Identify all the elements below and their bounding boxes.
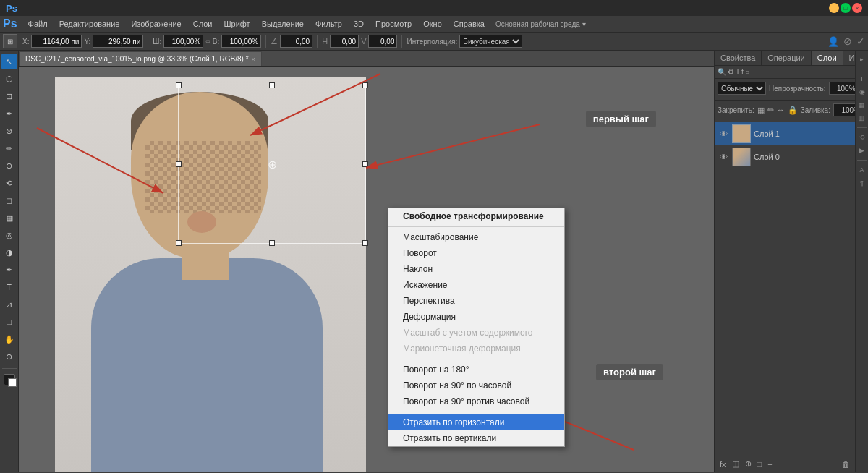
tab-layers[interactable]: Слои bbox=[812, 51, 843, 65]
tool-preset-btn[interactable]: T bbox=[856, 73, 868, 85]
tab-bar: DSC_0217_censored_via_10015_io.png @ 33,… bbox=[19, 51, 714, 67]
eraser-tool[interactable]: ◻ bbox=[1, 192, 17, 208]
layer-adj-button[interactable]: ⊕ bbox=[743, 459, 754, 469]
ctx-skew[interactable]: Наклон bbox=[388, 261, 564, 277]
confirm-transform-button[interactable]: ✓ bbox=[856, 35, 865, 47]
y-input[interactable] bbox=[93, 35, 143, 48]
layer-row-1[interactable]: 👁 Слой 1 bbox=[715, 122, 855, 145]
move-tool[interactable]: ↖ bbox=[1, 54, 17, 69]
history-tool[interactable]: ⟲ bbox=[1, 175, 17, 191]
ctx-scale[interactable]: Масштабирование bbox=[388, 229, 564, 245]
ctx-warp[interactable]: Деформация bbox=[388, 309, 564, 325]
layer-new-button[interactable]: + bbox=[765, 459, 774, 469]
gradient-tool[interactable]: ▦ bbox=[1, 210, 17, 226]
hskew-input[interactable] bbox=[330, 35, 359, 48]
brush-tool[interactable]: ✏ bbox=[1, 140, 17, 156]
opacity-label: Непрозрачность: bbox=[769, 85, 826, 93]
layer-icon-link: T bbox=[736, 68, 740, 76]
shape-tool[interactable]: □ bbox=[1, 314, 17, 330]
lock-label: Закрепить: bbox=[718, 106, 754, 114]
text-tool[interactable]: T bbox=[1, 279, 17, 295]
x-input[interactable] bbox=[31, 35, 82, 48]
menu-font[interactable]: Шрифт bbox=[218, 18, 255, 30]
swatches-btn[interactable]: ▦ bbox=[856, 99, 868, 111]
collapse-panel-btn[interactable]: ▸ bbox=[856, 54, 868, 65]
heal-tool[interactable]: ⊛ bbox=[1, 123, 17, 139]
path-tool[interactable]: ⊿ bbox=[1, 297, 17, 312]
menu-layers[interactable]: Слои bbox=[188, 18, 218, 30]
menu-window[interactable]: Окно bbox=[418, 18, 447, 30]
close-button[interactable]: × bbox=[852, 3, 862, 13]
options-toolbar: ⊞ X: Y: Ш: ∞ В: ∠ H V Интерполяция: Бику… bbox=[0, 32, 868, 51]
ctx-perspective[interactable]: Перспектива bbox=[388, 293, 564, 309]
ctx-free-transform[interactable]: Свободное трансформирование bbox=[388, 208, 564, 224]
menu-select[interactable]: Выделение bbox=[257, 18, 309, 30]
lock-transparent-btn[interactable]: ▦ bbox=[757, 106, 765, 115]
vskew-input[interactable] bbox=[368, 35, 397, 48]
blend-mode-select[interactable]: Обычные bbox=[718, 82, 766, 95]
menu-3d[interactable]: 3D bbox=[349, 18, 369, 30]
lasso-tool[interactable]: ⬡ bbox=[1, 71, 17, 87]
layer-group-button[interactable]: □ bbox=[755, 459, 765, 469]
menu-file[interactable]: Файл bbox=[23, 18, 53, 30]
ctx-sep-0 bbox=[388, 226, 564, 227]
ctx-flip-h[interactable]: Отразить по горизонтали bbox=[388, 414, 564, 430]
menu-help[interactable]: Справка bbox=[448, 18, 490, 30]
w-input[interactable] bbox=[163, 35, 203, 48]
h-input[interactable] bbox=[221, 35, 261, 48]
step1-label-container: первый шаг bbox=[586, 114, 656, 124]
dodge-tool[interactable]: ◑ bbox=[1, 244, 17, 260]
layer0-visibility[interactable]: 👁 bbox=[718, 151, 729, 163]
angle-input[interactable] bbox=[280, 35, 312, 48]
char-panel-btn[interactable]: A bbox=[856, 164, 868, 176]
zoom-tool[interactable]: ⊕ bbox=[1, 349, 17, 365]
para-panel-btn[interactable]: ¶ bbox=[856, 177, 868, 189]
hand-tool[interactable]: ✋ bbox=[1, 331, 17, 347]
tab-operations[interactable]: Операции bbox=[762, 51, 811, 65]
ctx-rotate-90ccw[interactable]: Поворот на 90° против часовой bbox=[388, 393, 564, 409]
document-tab[interactable]: DSC_0217_censored_via_10015_io.png @ 33,… bbox=[19, 51, 262, 66]
layer-icon-mask: ○ bbox=[745, 68, 749, 76]
actions-btn[interactable]: ▶ bbox=[856, 145, 868, 156]
workspace-label: Основная рабочая среда ▾ bbox=[491, 20, 590, 28]
interpolation-select[interactable]: Бикубическая bbox=[459, 35, 522, 48]
ctx-rotate[interactable]: Поворот bbox=[388, 245, 564, 261]
layer-fx-button[interactable]: fx bbox=[718, 459, 728, 469]
history-panel-btn[interactable]: ⟲ bbox=[856, 132, 868, 143]
stamp-tool[interactable]: ⊙ bbox=[1, 158, 17, 174]
ctx-distort[interactable]: Искажение bbox=[388, 277, 564, 293]
maximize-button[interactable]: □ bbox=[841, 3, 851, 13]
titlebar: Ps — □ × bbox=[0, 0, 868, 16]
menu-view[interactable]: Просмотр bbox=[370, 18, 417, 30]
pen-tool[interactable]: ✒ bbox=[1, 262, 17, 278]
layer-delete-button[interactable]: 🗑 bbox=[840, 459, 852, 469]
lock-image-btn[interactable]: ✏ bbox=[767, 106, 774, 115]
layer-bottom-controls: fx ◫ ⊕ □ + 🗑 bbox=[715, 456, 855, 472]
layer-icon-filter: ⚙ bbox=[728, 68, 734, 76]
blur-tool[interactable]: ◎ bbox=[1, 227, 17, 243]
color-btn[interactable]: ◉ bbox=[856, 86, 868, 98]
layer-mask-button[interactable]: ◫ bbox=[730, 459, 741, 469]
crop-tool[interactable]: ⊡ bbox=[1, 88, 17, 104]
opacity-input[interactable] bbox=[829, 82, 858, 95]
eyedropper-tool[interactable]: ✒ bbox=[1, 106, 17, 122]
cancel-transform-button[interactable]: ⊘ bbox=[843, 35, 852, 47]
layer-row-0[interactable]: 👁 Слой 0 bbox=[715, 145, 855, 169]
ctx-rotate-180[interactable]: Поворот на 180° bbox=[388, 362, 564, 378]
ctx-rotate-90cw[interactable]: Поворот на 90° по часовой bbox=[388, 378, 564, 393]
minimize-button[interactable]: — bbox=[829, 3, 839, 13]
menu-filter[interactable]: Фильтр bbox=[310, 18, 347, 30]
tab-close-button[interactable]: × bbox=[252, 56, 255, 63]
fg-color[interactable] bbox=[4, 374, 15, 385]
lock-position-btn[interactable]: ↔ bbox=[777, 106, 785, 114]
layer1-visibility[interactable]: 👁 bbox=[718, 128, 729, 140]
menu-image[interactable]: Изображение bbox=[126, 18, 186, 30]
move-tool-icon[interactable]: ⊞ bbox=[3, 34, 17, 48]
canvas-area: DSC_0217_censored_via_10015_io.png @ 33,… bbox=[19, 51, 714, 472]
lock-all-btn[interactable]: 🔒 bbox=[788, 106, 798, 115]
tab-properties[interactable]: Свойства bbox=[715, 51, 762, 65]
panel-tabs: Свойства Операции Слои История ☰ bbox=[715, 51, 855, 66]
gradient-btn[interactable]: ▥ bbox=[856, 112, 868, 124]
ctx-flip-v[interactable]: Отразить по вертикали bbox=[388, 430, 564, 446]
menu-edit[interactable]: Редактирование bbox=[54, 18, 125, 30]
